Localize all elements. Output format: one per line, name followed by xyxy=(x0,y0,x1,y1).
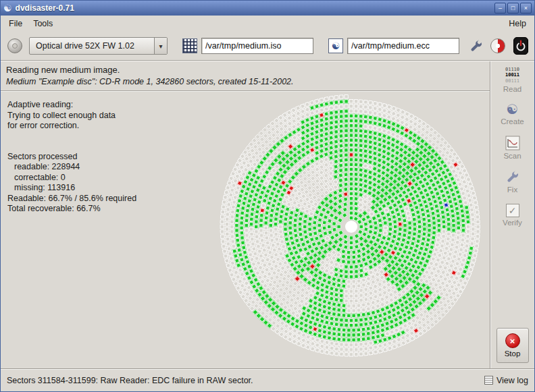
preferences-button[interactable] xyxy=(467,37,485,55)
info-panel: Adaptive reading: Trying to collect enou… xyxy=(7,100,136,215)
chevron-down-icon: ▾ xyxy=(154,38,167,54)
wrench-icon xyxy=(505,169,520,184)
view-log-label: View log xyxy=(496,376,528,385)
yin-yang-icon: ☯ xyxy=(507,103,519,116)
about-disc-button[interactable] xyxy=(489,37,507,55)
app-window: ☯ dvdisaster-0.71 – □ × File Tools Help … xyxy=(0,0,535,392)
power-icon xyxy=(514,39,528,53)
mode-title: Adaptive reading: xyxy=(7,100,136,111)
disc-logo-icon xyxy=(490,38,505,53)
medium-info-line: Medium "Example disc": CD-R mode 1, 3428… xyxy=(6,77,484,86)
sectors-readable: readable: 228944 xyxy=(7,162,136,173)
scan-button[interactable]: Scan xyxy=(493,132,532,163)
drive-status-icon xyxy=(7,38,22,53)
binary-digits-icon: 01110 10011 00111 xyxy=(505,67,519,84)
binary-row: 00111 xyxy=(505,78,519,84)
log-icon xyxy=(484,376,493,385)
window-controls: – □ × xyxy=(494,3,532,13)
body-row: Reading new medium image. Medium "Exampl… xyxy=(1,61,534,368)
verify-label: Verify xyxy=(503,219,522,227)
info-spacer xyxy=(7,132,136,152)
fix-button[interactable]: Fix xyxy=(493,165,532,197)
iso-file-icon xyxy=(182,38,197,53)
read-button[interactable]: 01110 10011 00111 Read xyxy=(493,64,532,96)
status-header: Reading new medium image. Medium "Exampl… xyxy=(1,61,490,91)
quit-button[interactable] xyxy=(513,37,528,55)
menu-help[interactable]: Help xyxy=(503,17,532,30)
window-icon: ☯ xyxy=(3,3,12,13)
main-column: Reading new medium image. Medium "Exampl… xyxy=(1,61,490,368)
window-title: dvdisaster-0.71 xyxy=(16,3,491,13)
drive-select[interactable]: Optical drive 52X FW 1.02 ▾ xyxy=(29,37,168,55)
binary-row: 01110 xyxy=(505,67,519,72)
menubar: File Tools Help xyxy=(1,16,534,32)
readable-summary: Readable: 66.7% / 85.6% required xyxy=(7,194,136,204)
status-message: Sectors 311584-311599: Raw Reader: EDC f… xyxy=(7,376,253,385)
mode-desc-2: for error correction. xyxy=(7,121,136,132)
mode-desc-1: Trying to collect enough data xyxy=(7,111,136,121)
titlebar[interactable]: ☯ dvdisaster-0.71 – □ × xyxy=(1,1,534,16)
fix-label: Fix xyxy=(507,186,517,194)
create-label: Create xyxy=(501,117,524,125)
sector-spiral-canvas xyxy=(219,94,484,359)
stop-icon: × xyxy=(505,333,520,348)
sectors-correctable: correctable: 0 xyxy=(7,173,136,184)
scan-label: Scan xyxy=(503,152,521,160)
sectors-title: Sectors processed xyxy=(7,152,136,163)
status-line: Reading new medium image. xyxy=(6,65,484,75)
sectors-missing: missing: 113916 xyxy=(7,183,136,194)
minimize-button[interactable]: – xyxy=(494,3,506,13)
create-button[interactable]: ☯ Create xyxy=(493,98,532,130)
read-label: Read xyxy=(503,85,522,93)
statusbar: Sectors 311584-311599: Raw Reader: EDC f… xyxy=(1,368,534,391)
verify-button[interactable]: ✓ Verify xyxy=(493,199,532,231)
ecc-path-input[interactable] xyxy=(347,38,459,54)
close-button[interactable]: × xyxy=(520,3,532,13)
action-sidebar: 01110 10011 00111 Read ☯ Create Scan xyxy=(490,61,534,368)
reading-area: Adaptive reading: Trying to collect enou… xyxy=(1,92,490,368)
toolbar: Optical drive 52X FW 1.02 ▾ ☯ xyxy=(1,32,534,61)
stop-button[interactable]: × Stop xyxy=(496,328,529,363)
menu-tools[interactable]: Tools xyxy=(28,17,58,30)
view-log-button[interactable]: View log xyxy=(484,376,528,385)
recoverable-summary: Total recoverable: 66.7% xyxy=(7,204,136,215)
binary-row: 10011 xyxy=(505,72,519,78)
chart-icon xyxy=(505,136,520,150)
maximize-button[interactable]: □ xyxy=(507,3,519,13)
drive-status-icon-inner xyxy=(12,43,18,49)
iso-path-input[interactable] xyxy=(201,38,313,54)
checkmark-icon: ✓ xyxy=(506,204,519,217)
stop-label: Stop xyxy=(505,349,521,358)
wrench-icon xyxy=(469,38,484,53)
ecc-file-icon: ☯ xyxy=(328,38,343,53)
menu-file[interactable]: File xyxy=(3,17,28,30)
drive-select-value: Optical drive 52X FW 1.02 xyxy=(36,41,134,51)
